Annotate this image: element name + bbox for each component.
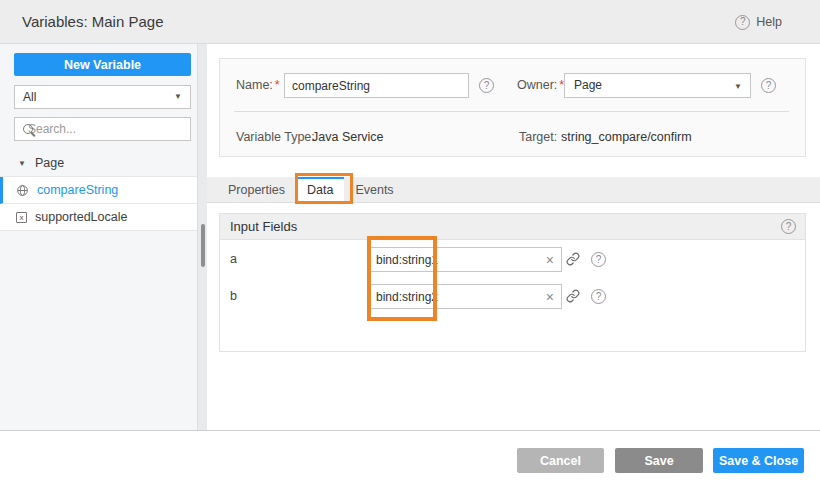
- name-help-icon[interactable]: ?: [479, 78, 494, 93]
- bind-value-wrap: ×: [368, 284, 562, 309]
- bind-value-wrap: ×: [368, 247, 562, 272]
- input-field-row: b × ?: [220, 284, 805, 309]
- input-fields-section: Input Fields ? a × ? b ×: [219, 213, 806, 352]
- input-fields-header: Input Fields ?: [220, 214, 805, 240]
- new-variable-button[interactable]: New Variable: [14, 53, 191, 76]
- bind-link-icon[interactable]: [566, 289, 580, 303]
- bind-link-icon[interactable]: [566, 252, 580, 266]
- page-title: Variables: Main Page: [22, 0, 163, 44]
- title-bar: Variables: Main Page ? Help: [0, 0, 820, 44]
- field-help-icon[interactable]: ?: [591, 252, 606, 267]
- variables-sidebar: New Variable All ▼ ▼ Page compareString …: [0, 44, 197, 430]
- field-name-label: a: [230, 247, 237, 272]
- tab-data[interactable]: Data: [296, 177, 344, 203]
- required-marker: *: [275, 78, 280, 92]
- chevron-down-icon: ▼: [734, 74, 742, 97]
- tab-events[interactable]: Events: [344, 177, 404, 203]
- variables-tree: ▼ Page compareString x supportedLocale: [0, 150, 197, 231]
- search-input[interactable]: [28, 122, 183, 136]
- detail-tabbar: Properties Data Events: [207, 177, 820, 203]
- filter-select[interactable]: All ▼: [14, 85, 191, 109]
- footer-divider: [0, 430, 820, 431]
- tree-group-label: Page: [35, 156, 64, 170]
- owner-label: Owner:*: [517, 73, 564, 98]
- name-field-wrap: [284, 73, 469, 98]
- input-fields-title: Input Fields: [230, 219, 297, 234]
- variable-detail-panel: Name:* ? Owner:* Page ▼ ? Variable Type:…: [207, 44, 820, 430]
- target-label: Target:: [519, 129, 557, 145]
- sidebar-scrollbar-thumb[interactable]: [201, 224, 205, 267]
- sidebar-scrollbar-track[interactable]: [197, 44, 207, 430]
- target-value: string_compare/confirm: [561, 129, 692, 145]
- owner-select-value: Page: [574, 78, 602, 92]
- clear-icon[interactable]: ×: [546, 253, 554, 267]
- save-button[interactable]: Save: [615, 448, 703, 473]
- cancel-button[interactable]: Cancel: [517, 448, 604, 473]
- variable-summary-box: Name:* ? Owner:* Page ▼ ? Variable Type:…: [219, 58, 806, 157]
- form-divider: [234, 111, 789, 112]
- tree-collapse-icon: ▼: [18, 159, 26, 168]
- tree-item-label: supportedLocale: [35, 210, 127, 224]
- variable-type-value: Java Service: [312, 129, 384, 145]
- field-help-icon[interactable]: ?: [591, 289, 606, 304]
- name-label: Name:*: [236, 73, 280, 98]
- help-label: Help: [756, 15, 782, 29]
- service-icon: [16, 184, 29, 197]
- string-variable-icon: x: [16, 212, 27, 223]
- search-box[interactable]: [14, 117, 191, 141]
- bind-value-input[interactable]: [376, 290, 542, 304]
- variable-type-label: Variable Type:: [236, 129, 315, 145]
- filter-select-value: All: [23, 90, 36, 104]
- help-icon: ?: [735, 15, 750, 30]
- field-name-label: b: [230, 284, 237, 309]
- owner-help-icon[interactable]: ?: [761, 78, 776, 93]
- owner-select[interactable]: Page ▼: [564, 73, 751, 98]
- tree-group-page[interactable]: ▼ Page: [0, 150, 197, 177]
- tree-item-label: compareString: [37, 183, 118, 197]
- tree-item-comparestring[interactable]: compareString: [0, 177, 197, 204]
- tab-properties[interactable]: Properties: [217, 177, 296, 203]
- name-field[interactable]: [292, 79, 461, 93]
- clear-icon[interactable]: ×: [546, 290, 554, 304]
- bind-value-input[interactable]: [376, 253, 542, 267]
- tree-item-supportedlocale[interactable]: x supportedLocale: [0, 204, 197, 231]
- input-fields-help-icon[interactable]: ?: [781, 219, 796, 234]
- help-link[interactable]: ? Help: [735, 0, 782, 44]
- input-field-row: a × ?: [220, 247, 805, 272]
- chevron-down-icon: ▼: [174, 86, 182, 108]
- save-and-close-button[interactable]: Save & Close: [713, 448, 804, 473]
